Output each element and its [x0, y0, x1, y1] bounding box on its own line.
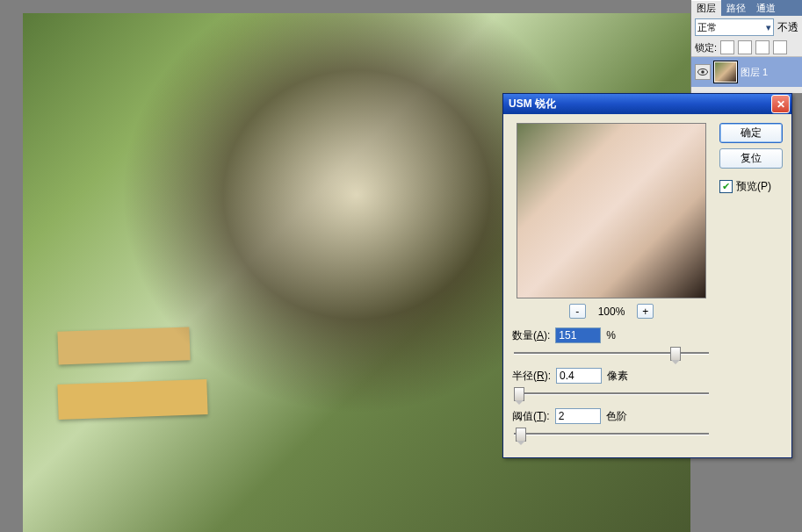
layer-thumbnail[interactable]	[714, 61, 737, 83]
blend-mode-select[interactable]: 正常 ▾	[695, 18, 774, 36]
preview-checkbox[interactable]: ✔	[719, 180, 733, 193]
slider-thumb[interactable]	[670, 347, 681, 361]
amount-label: 数量(A):	[512, 328, 550, 343]
amount-input[interactable]: 151	[555, 327, 601, 343]
lock-label: 锁定:	[695, 41, 717, 54]
zoom-in-button[interactable]: +	[637, 304, 654, 319]
radius-slider[interactable]	[512, 385, 711, 401]
dialog-titlebar[interactable]: USM 锐化 ✕	[503, 94, 791, 114]
layer-name: 图层 1	[741, 66, 768, 79]
threshold-slider[interactable]	[512, 426, 711, 442]
lock-move-icon[interactable]	[755, 40, 769, 54]
lock-all-icon[interactable]	[773, 40, 787, 54]
bench-plank	[57, 327, 190, 364]
tab-paths[interactable]: 路径	[721, 1, 751, 16]
threshold-input[interactable]: 2	[555, 408, 601, 424]
threshold-label: 阈值(T):	[512, 409, 550, 424]
chevron-down-icon: ▾	[766, 22, 771, 33]
close-button[interactable]: ✕	[771, 95, 790, 113]
preview-label: 预览(P)	[736, 179, 771, 194]
preview-checkbox-row: ✔ 预览(P)	[719, 179, 783, 194]
layers-panel: 图层 路径 通道 正常 ▾ 不透 锁定: 图层 1	[690, 0, 802, 93]
threshold-unit: 色阶	[606, 409, 627, 424]
radius-unit: 像素	[607, 369, 628, 384]
slider-thumb[interactable]	[516, 428, 526, 442]
opacity-label: 不透	[777, 20, 798, 35]
layer-item[interactable]: 图层 1	[691, 57, 802, 87]
zoom-out-button[interactable]: -	[569, 304, 586, 319]
amount-slider[interactable]	[512, 345, 711, 361]
tab-channels[interactable]: 通道	[751, 1, 781, 16]
svg-point-1	[701, 70, 704, 74]
dialog-title: USM 锐化	[509, 97, 556, 111]
zoom-value: 100%	[598, 306, 625, 318]
ok-button[interactable]: 确定	[719, 123, 783, 143]
lock-transparency-icon[interactable]	[720, 40, 734, 54]
radius-input[interactable]: 0.4	[556, 368, 602, 384]
lock-paint-icon[interactable]	[738, 40, 752, 54]
blend-mode-row: 正常 ▾ 不透	[691, 16, 802, 39]
threshold-row: 阈值(T): 2 色阶	[512, 408, 711, 424]
checkmark-icon: ✔	[722, 181, 730, 192]
close-icon: ✕	[777, 98, 785, 111]
slider-thumb[interactable]	[514, 387, 524, 401]
reset-button[interactable]: 复位	[719, 148, 783, 169]
radius-label: 半径(R):	[512, 369, 551, 384]
usm-sharpen-dialog: USM 锐化 ✕ - 100% + 数量(A): 151 % 半径(R):	[502, 93, 792, 458]
blend-mode-value: 正常	[697, 21, 717, 34]
amount-unit: %	[606, 329, 616, 341]
filter-preview[interactable]	[517, 123, 706, 298]
bench-plank	[57, 379, 207, 420]
visibility-eye-icon[interactable]	[695, 64, 711, 80]
slider-track	[514, 392, 709, 395]
zoom-controls: - 100% +	[512, 304, 711, 319]
lock-row: 锁定:	[691, 39, 802, 57]
tab-layers[interactable]: 图层	[691, 0, 721, 16]
amount-row: 数量(A): 151 %	[512, 327, 711, 343]
radius-row: 半径(R): 0.4 像素	[512, 368, 711, 384]
panel-tabs: 图层 路径 通道	[691, 0, 802, 16]
slider-track	[514, 433, 709, 435]
